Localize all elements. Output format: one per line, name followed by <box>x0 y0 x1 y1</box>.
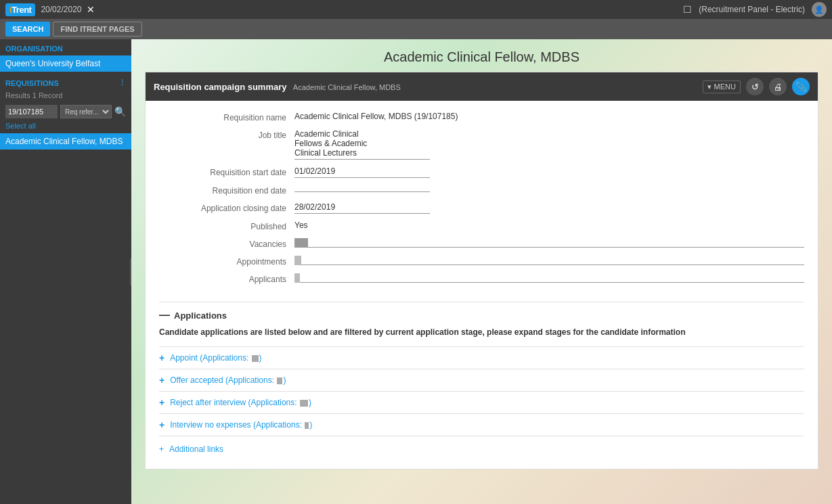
form-row-vacancies: Vacancies <box>159 238 804 249</box>
applicants-label: Applicants <box>159 273 294 284</box>
collapse-icon: — <box>159 309 170 321</box>
context-label: (Recruitment Panel - Electric) <box>699 5 805 14</box>
attach-button[interactable]: 📎 <box>792 78 810 95</box>
top-bar-right: ☐ (Recruitment Panel - Electric) 👤 <box>683 2 827 17</box>
offer-accepted-link[interactable]: Offer accepted (Applications: ) <box>170 375 286 385</box>
chevron-down-icon: ▾ <box>707 83 711 91</box>
search-icon[interactable]: 🔍 <box>114 106 126 117</box>
menu-label: MENU <box>714 83 736 91</box>
panel-menu-button[interactable]: ▾ MENU <box>703 81 741 93</box>
form-row-published: Published Yes <box>159 221 804 231</box>
requisition-name-label: Requisition name <box>159 112 294 122</box>
find-itrent-pages-button[interactable]: FIND ITRENT PAGES <box>53 22 141 37</box>
sidebar-search-row: Req refer... 🔍 <box>0 104 131 120</box>
additional-links-link[interactable]: Additional links <box>169 444 223 454</box>
applications-section: — Applications Candidate applications ar… <box>146 302 818 469</box>
vacancies-bar <box>294 238 308 248</box>
reject-after-interview-item[interactable]: + Reject after interview (Applications: … <box>159 391 804 413</box>
user-avatar[interactable]: 👤 <box>812 2 827 17</box>
appointments-bar <box>294 256 301 265</box>
req-start-value: 01/02/2019 <box>294 166 804 178</box>
app-closing-value: 28/02/2019 <box>294 202 804 214</box>
vacancies-label: Vacancies <box>159 238 294 249</box>
expand-icon-additional: + <box>159 444 164 454</box>
form-row-req-end: Requisition end date <box>159 185 804 196</box>
req-start-date: 01/02/2019 <box>294 166 430 178</box>
job-title-value: Academic Clinical Fellows & Academic Cli… <box>294 129 804 160</box>
sidebar-org-item[interactable]: Queen's University Belfast <box>0 55 131 72</box>
appointments-value <box>294 256 804 265</box>
print-button[interactable]: 🖨 <box>769 78 787 95</box>
appoint-link[interactable]: Appoint (Applications: ) <box>170 353 261 363</box>
applications-label: Applications <box>174 311 227 321</box>
req-end-date <box>294 190 430 192</box>
expand-icon-reject: + <box>159 397 165 408</box>
form-row-job-title: Job title Academic Clinical Fellows & Ac… <box>159 129 804 160</box>
itrent-logo: iTrent <box>5 3 35 16</box>
job-title-label: Job title <box>159 129 294 140</box>
req-end-value <box>294 185 804 194</box>
applicants-bar <box>294 273 300 283</box>
offer-accepted-item[interactable]: + Offer accepted (Applications: ) <box>159 369 804 391</box>
form-row-applicants: Applicants <box>159 273 804 284</box>
app-closing-date: 28/02/2019 <box>294 202 430 214</box>
job-title-line1: Academic Clinical <box>294 129 430 139</box>
req-end-label: Requisition end date <box>159 185 294 196</box>
expand-icon-interview: + <box>159 419 165 430</box>
select-all-link[interactable]: Select all <box>0 120 131 132</box>
form-row-app-closing: Application closing date 28/02/2019 <box>159 202 804 214</box>
applications-header[interactable]: — Applications <box>159 309 804 321</box>
results-count: Results 1 Record <box>0 90 131 104</box>
requisition-filter-select[interactable]: Req refer... <box>60 105 112 118</box>
panel-header: Requisition campaign summary Academic Cl… <box>146 72 818 101</box>
search-button[interactable]: SEARCH <box>5 22 50 37</box>
form-row-appointments: Appointments <box>159 256 804 267</box>
form-row-req-start: Requisition start date 01/02/2019 <box>159 166 804 178</box>
content-area: Academic Clinical Fellow, MDBS Requisiti… <box>131 39 832 504</box>
nav-bar: SEARCH FIND ITRENT PAGES <box>0 19 832 39</box>
top-bar-date: 20/02/2020 <box>41 5 81 14</box>
vacancies-value <box>294 238 804 248</box>
sidebar: ORGANISATION Queen's University Belfast … <box>0 39 131 504</box>
expand-icon-offer: + <box>159 375 165 386</box>
panel-header-title: Requisition campaign summary <box>154 82 287 92</box>
requisitions-header: REQUISITIONS ⋮ <box>0 72 131 90</box>
app-closing-label: Application closing date <box>159 202 294 213</box>
applications-description: Candidate applications are listed below … <box>159 327 804 338</box>
requisitions-menu-dots[interactable]: ⋮ <box>118 78 126 87</box>
applicants-value <box>294 273 804 283</box>
appointments-label: Appointments <box>159 256 294 267</box>
page-title: Academic Clinical Fellow, MDBS <box>131 39 832 72</box>
sidebar-requisition-item[interactable]: Academic Clinical Fellow, MDBS <box>0 133 131 150</box>
additional-links-item[interactable]: + Additional links <box>159 436 804 462</box>
expand-icon-appoint: + <box>159 352 165 363</box>
panel-header-title-area: Requisition campaign summary Academic Cl… <box>154 82 401 92</box>
req-start-label: Requisition start date <box>159 166 294 177</box>
job-title-line3: Clinical Lecturers <box>294 148 430 158</box>
panel-header-subtitle: Academic Clinical Fellow, MDBS <box>293 83 401 91</box>
published-value: Yes <box>294 221 804 230</box>
logo-trent: Trent <box>12 5 31 15</box>
reject-after-interview-link[interactable]: Reject after interview (Applications: ) <box>170 398 311 407</box>
main-panel: Requisition campaign summary Academic Cl… <box>145 72 818 469</box>
interview-no-expenses-link[interactable]: Interview no expenses (Applications: ) <box>170 420 312 430</box>
close-button[interactable]: ✕ <box>87 4 95 15</box>
interview-no-expenses-item[interactable]: + Interview no expenses (Applications: ) <box>159 413 804 436</box>
appoint-item[interactable]: + Appoint (Applications: ) <box>159 346 804 369</box>
job-title-line2: Fellows & Academic <box>294 139 430 148</box>
main-layout: ORGANISATION Queen's University Belfast … <box>0 39 832 504</box>
window-icon[interactable]: ☐ <box>683 4 692 15</box>
requisition-name-value: Academic Clinical Fellow, MDBS (19/10718… <box>294 112 804 121</box>
requisition-search-input[interactable] <box>5 105 58 118</box>
organisation-header: ORGANISATION <box>0 39 131 55</box>
panel-header-actions: ▾ MENU ↺ 🖨 📎 <box>703 78 810 95</box>
form-row-requisition-name: Requisition name Academic Clinical Fello… <box>159 112 804 122</box>
panel-body: Requisition name Academic Clinical Fello… <box>146 101 818 302</box>
published-label: Published <box>159 221 294 231</box>
top-bar: iTrent 20/02/2020 ✕ ☐ (Recruitment Panel… <box>0 0 832 19</box>
refresh-button[interactable]: ↺ <box>746 78 764 95</box>
